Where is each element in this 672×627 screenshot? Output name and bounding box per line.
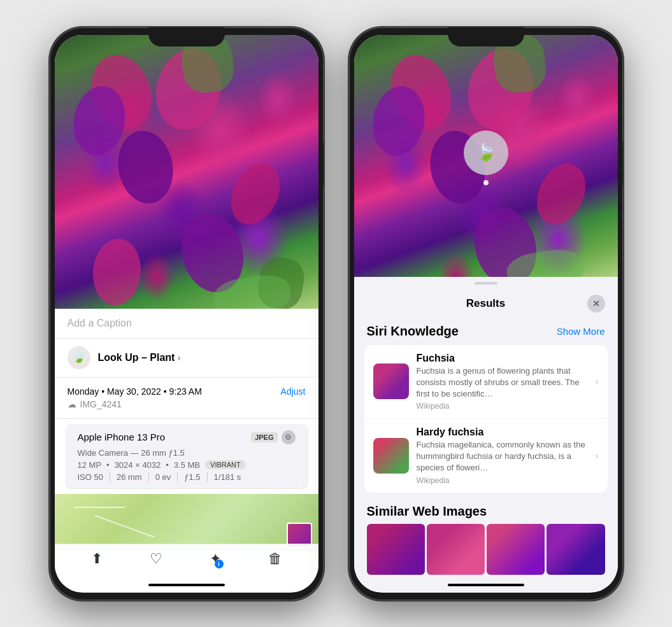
lookup-icon: 🍃: [68, 346, 90, 369]
hardy-source: Wikipedia: [417, 476, 588, 485]
similar-images: [367, 524, 605, 575]
camera-filesize: 3.5 MB: [174, 460, 200, 470]
left-photo-area[interactable]: [55, 35, 318, 309]
camera-model: Apple iPhone 13 Pro: [78, 432, 166, 442]
lookup-row[interactable]: 🍃 Look Up – Plant ›: [55, 339, 318, 377]
fuchsia-arrow: ›: [595, 376, 598, 387]
gear-icon: ⚙: [282, 430, 296, 444]
exif-row: ISO 50 26 mm 0 ev ƒ1.5 1/181 s: [78, 472, 296, 482]
camera-lens: Wide Camera — 26 mm ƒ1.5: [78, 448, 296, 458]
camera-resolution: 3024 × 4032: [115, 460, 161, 470]
similar-section: Similar Web Images: [354, 495, 618, 579]
results-header: Results ✕: [354, 287, 618, 318]
filename-text: IMG_4241: [80, 399, 122, 409]
hardy-content: Hardy fuchsia Fuchsia magellanica, commo…: [417, 426, 588, 485]
delete-button[interactable]: 🗑: [268, 551, 282, 567]
fuchsia-name: Fuchsia: [417, 353, 588, 364]
date-info-section: Monday • May 30, 2022 • 9:23 AM Adjust ☁…: [55, 377, 318, 419]
exif-shutter: 1/181 s: [208, 472, 248, 482]
siri-dot: [483, 180, 489, 185]
show-more-button[interactable]: Show More: [557, 326, 605, 337]
map-road-1: [74, 507, 125, 508]
knowledge-item-hardy[interactable]: Hardy fuchsia Fuchsia magellanica, commo…: [364, 419, 608, 493]
hardy-arrow: ›: [595, 450, 598, 461]
similar-img-2[interactable]: [427, 524, 485, 575]
knowledge-card: Fuchsia Fuchsia is a genus of flowering …: [364, 345, 608, 493]
exif-ev: 0 ev: [149, 472, 178, 482]
home-indicator-right: [448, 584, 524, 586]
home-indicator-left: [148, 584, 225, 586]
similar-img-4[interactable]: [547, 524, 604, 575]
map-area[interactable]: [55, 494, 318, 551]
left-phone-screen: Add a Caption 🍃 Look Up – Plant › Monday…: [55, 35, 318, 593]
left-phone: Add a Caption 🍃 Look Up – Plant › Monday…: [50, 27, 324, 600]
date-text: Monday • May 30, 2022 • 9:23 AM: [68, 386, 202, 397]
close-button[interactable]: ✕: [587, 295, 605, 313]
camera-megapixels: 12 MP: [78, 460, 102, 470]
fuchsia-thumb: [373, 363, 409, 399]
drag-handle[interactable]: [475, 282, 497, 285]
info-button[interactable]: ✦ i: [210, 551, 221, 567]
lookup-label: Look Up – Plant ›: [98, 352, 181, 363]
knowledge-item-fuchsia[interactable]: Fuchsia Fuchsia is a genus of flowering …: [364, 345, 608, 419]
map-road-2: [94, 514, 155, 537]
vibrant-badge: VIBRANT: [205, 460, 246, 469]
like-button[interactable]: ♡: [150, 551, 162, 567]
siri-knowledge-header: Siri Knowledge Show More: [354, 318, 618, 342]
hardy-name: Hardy fuchsia: [417, 426, 588, 438]
exif-aperture: ƒ1.5: [178, 472, 207, 482]
share-button[interactable]: ⬆: [91, 551, 103, 567]
exif-iso: ISO 50: [78, 472, 110, 482]
hardy-desc: Fuchsia magellanica, commonly known as t…: [417, 439, 588, 474]
right-phone: 🍃 Results ✕ Siri Knowledge Show More: [349, 27, 623, 600]
results-title: Results: [385, 297, 587, 310]
left-toolbar: ⬆ ♡ ✦ i 🗑: [55, 544, 318, 574]
caption-area[interactable]: Add a Caption: [55, 309, 318, 339]
hardy-thumb: [373, 438, 409, 474]
fuchsia-desc: Fuchsia is a genus of flowering plants t…: [417, 365, 588, 400]
similar-img-1[interactable]: [367, 524, 425, 575]
jpeg-badge: JPEG: [251, 432, 277, 442]
right-photo-area[interactable]: 🍃: [354, 35, 618, 277]
siri-bubble: 🍃: [464, 130, 508, 175]
siri-knowledge-title: Siri Knowledge: [367, 324, 459, 339]
results-panel[interactable]: Results ✕ Siri Knowledge Show More Fuchs…: [354, 277, 618, 591]
fuchsia-source: Wikipedia: [417, 402, 588, 411]
similar-title: Similar Web Images: [367, 504, 605, 519]
right-phone-screen: 🍃 Results ✕ Siri Knowledge Show More: [354, 35, 618, 593]
camera-section: Apple iPhone 13 Pro JPEG ⚙ Wide Camera —…: [65, 424, 308, 489]
fuchsia-content: Fuchsia Fuchsia is a genus of flowering …: [417, 353, 588, 411]
adjust-button[interactable]: Adjust: [281, 386, 306, 397]
similar-img-3[interactable]: [487, 524, 545, 575]
exif-focal: 26 mm: [110, 472, 149, 482]
caption-placeholder: Add a Caption: [68, 318, 132, 328]
phones-container: Add a Caption 🍃 Look Up – Plant › Monday…: [50, 27, 623, 600]
cloud-icon: ☁: [68, 399, 76, 409]
